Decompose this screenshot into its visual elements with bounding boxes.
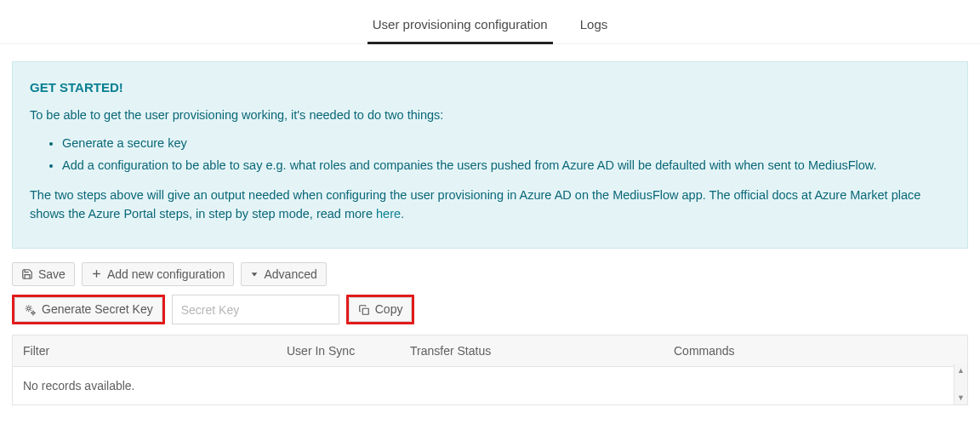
tab-bar: User provisioning configuration Logs [0, 0, 980, 44]
table-body: No records available. [13, 367, 967, 404]
generate-secret-key-highlight: Generate Secret Key [12, 295, 165, 324]
scroll-down-icon[interactable]: ▼ [954, 391, 967, 404]
svg-point-3 [27, 307, 31, 310]
toolbar: Save Add new configuration Advanced [12, 262, 968, 287]
gears-icon [24, 304, 37, 316]
caret-down-icon [250, 270, 259, 278]
tab-user-provisioning-config[interactable]: User provisioning configuration [368, 10, 553, 43]
configurations-table: Filter User In Sync Transfer Status Comm… [12, 335, 968, 405]
generate-secret-key-button[interactable]: Generate Secret Key [14, 297, 162, 322]
add-configuration-button[interactable]: Add new configuration [82, 262, 235, 287]
read-more-link[interactable]: here [376, 207, 401, 221]
callout-outro: The two steps above will give an output … [30, 186, 950, 224]
copy-label: Copy [375, 302, 403, 317]
table-header-row: Filter User In Sync Transfer Status Comm… [13, 335, 967, 367]
table-scrollbar[interactable]: ▲ ▼ [954, 364, 967, 404]
svg-rect-5 [362, 308, 368, 314]
advanced-button[interactable]: Advanced [241, 262, 326, 287]
plus-icon [91, 268, 102, 279]
svg-marker-2 [252, 272, 258, 276]
callout-list: Generate a secure key Add a configuratio… [30, 134, 950, 175]
save-button[interactable]: Save [12, 262, 75, 287]
copy-icon [358, 304, 370, 316]
generate-secret-key-label: Generate Secret Key [42, 302, 153, 317]
callout-outro-text-b: . [401, 207, 404, 221]
advanced-label: Advanced [264, 267, 316, 282]
scroll-up-icon[interactable]: ▲ [954, 364, 967, 377]
tab-logs[interactable]: Logs [575, 10, 613, 43]
save-button-label: Save [38, 267, 66, 282]
callout-bullet-generate-key: Generate a secure key [62, 134, 950, 152]
callout-intro: To be able to get the user provisioning … [30, 106, 950, 124]
secret-key-input[interactable] [172, 295, 339, 324]
secret-key-row: Generate Secret Key Copy [12, 295, 968, 324]
copy-highlight: Copy [346, 295, 415, 324]
column-header-filter[interactable]: Filter [13, 335, 276, 366]
get-started-callout: GET STARTED! To be able to get the user … [12, 61, 968, 249]
column-header-user-in-sync[interactable]: User In Sync [276, 335, 400, 366]
column-header-commands[interactable]: Commands [664, 335, 967, 366]
table-empty-row: No records available. [13, 367, 967, 404]
column-header-transfer-status[interactable]: Transfer Status [400, 335, 664, 366]
save-icon [21, 268, 33, 280]
copy-button[interactable]: Copy [349, 297, 413, 322]
svg-point-4 [32, 312, 35, 314]
callout-outro-text-a: The two steps above will give an output … [30, 188, 920, 221]
add-configuration-label: Add new configuration [107, 267, 225, 282]
callout-title: GET STARTED! [30, 77, 950, 97]
callout-bullet-add-config: Add a configuration to be able to say e.… [62, 156, 950, 175]
